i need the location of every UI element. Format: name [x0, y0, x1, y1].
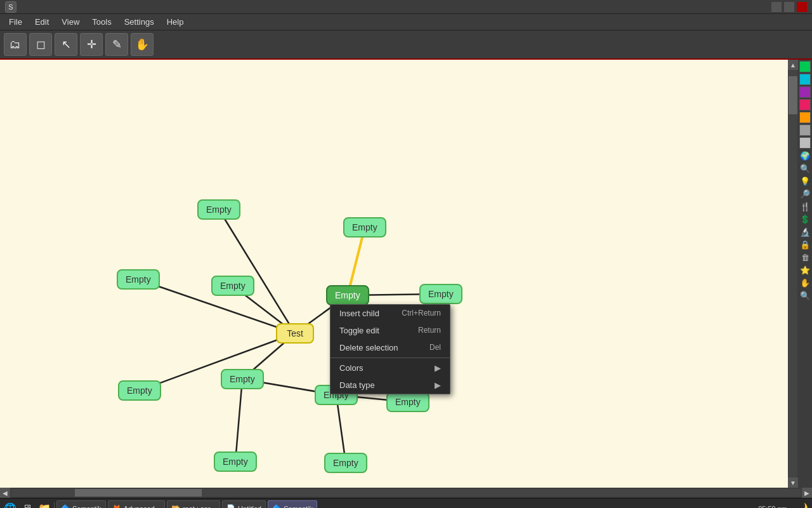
scroll-left-btn[interactable]: ◀ [0, 488, 10, 498]
close-btn[interactable] [797, 2, 807, 12]
ctx-item-4[interactable]: Data type▶ [331, 377, 450, 394]
main-area: Insert childCtrl+ReturnToggle editReturn… [0, 60, 812, 488]
palette-icon-11[interactable]: 🔍 [799, 290, 811, 301]
ctx-label-0: Insert child [339, 309, 379, 318]
ctx-item-2[interactable]: Delete selectionDel [331, 339, 450, 356]
line-center-n1 [219, 210, 295, 333]
node-n12[interactable]: Empty [324, 453, 367, 473]
palette-icon-0[interactable]: 🌍 [799, 150, 811, 161]
h-scroll-thumb[interactable] [75, 489, 202, 497]
ctx-item-1[interactable]: Toggle editReturn [331, 322, 450, 339]
menu-bar: FileEditViewToolsSettingsHelp [0, 14, 812, 30]
node-center[interactable]: Test [276, 323, 314, 344]
open-file-btn[interactable]: 🗂 [4, 33, 27, 56]
node-n8[interactable]: Empty [221, 369, 264, 389]
node-n7[interactable]: Empty [118, 380, 161, 401]
taskbar-btn-icon-4: 🔷 [272, 504, 281, 508]
taskbar-btn-label-3: Untitled [238, 505, 261, 509]
taskbar-btn-label-1: Advanced... [124, 505, 160, 509]
palette-icon-5[interactable]: 💲 [799, 213, 811, 225]
taskbar-time: 05:59 pm [758, 505, 792, 509]
palette-color-3[interactable] [799, 99, 811, 110]
scroll-up-btn[interactable]: ▲ [788, 60, 798, 70]
taskbar-btn-icon-0: 🔷 [61, 504, 70, 508]
right-scrollbar[interactable]: ▲ ▼ [788, 60, 798, 488]
palette-color-0[interactable] [799, 61, 811, 72]
taskbar-sys-icon-0[interactable]: 🌐 [3, 501, 18, 509]
palette-icon-3[interactable]: 🔎 [799, 188, 811, 199]
palette-icon-6[interactable]: 🔬 [799, 226, 811, 237]
select-tool-btn[interactable]: ↖ [55, 33, 77, 56]
taskbar-btn-icon-1: 🦊 [112, 504, 121, 508]
ctx-item-0[interactable]: Insert childCtrl+Return [331, 305, 450, 322]
taskbar-sys-icon-1[interactable]: 🖥 [20, 501, 35, 509]
palette-color-6[interactable] [799, 137, 811, 149]
palette-color-2[interactable] [799, 86, 811, 98]
taskbar-separator [54, 502, 55, 509]
node-n6[interactable]: Empty [419, 284, 462, 304]
scroll-right-btn[interactable]: ▶ [802, 488, 812, 498]
edit-btn[interactable]: ✎ [105, 33, 128, 56]
menu-item-tools[interactable]: Tools [86, 16, 117, 28]
scroll-down-btn[interactable]: ▼ [788, 478, 798, 488]
line-center-n7 [140, 333, 295, 391]
node-n2[interactable]: Empty [117, 269, 160, 290]
palette-icon-4[interactable]: 🍴 [799, 201, 811, 212]
taskbar-btn-label-4: Semantik [284, 505, 313, 509]
taskbar-btn-4[interactable]: 🔷Semantik [268, 500, 317, 509]
ctx-label-4: Data type [339, 380, 375, 390]
app-icon: S [5, 1, 16, 13]
node-n11[interactable]: Empty [214, 451, 257, 472]
node-n1[interactable]: Empty [197, 199, 240, 220]
menu-item-edit[interactable]: Edit [29, 16, 55, 28]
menu-item-help[interactable]: Help [160, 16, 190, 28]
line-n8-n11 [235, 379, 242, 462]
taskbar-btn-0[interactable]: 🔷Semantik [56, 500, 106, 509]
palette-icon-1[interactable]: 🔍 [799, 163, 811, 174]
palette-color-4[interactable] [799, 112, 811, 123]
maximize-btn[interactable] [784, 2, 794, 12]
palette-icon-2[interactable]: 💡 [799, 175, 811, 187]
context-menu: Insert childCtrl+ReturnToggle editReturn… [330, 304, 450, 394]
ctx-arrow-3: ▶ [435, 363, 441, 373]
node-n10[interactable]: Empty [386, 392, 429, 412]
taskbar-moon-icon[interactable]: 🌙 [794, 501, 809, 509]
canvas[interactable]: Insert childCtrl+ReturnToggle editReturn… [0, 60, 788, 488]
add-child-btn[interactable]: ✛ [80, 33, 103, 56]
scroll-thumb[interactable] [789, 76, 797, 114]
ctx-item-3[interactable]: Colors▶ [331, 359, 450, 377]
bottom-scrollbar-bar: ◀ ▶ [0, 488, 812, 498]
minimize-btn[interactable] [771, 2, 782, 12]
taskbar: 🌐🖥📁🔷Semantik🦊Advanced...📂root : ser...📄U… [0, 498, 812, 508]
menu-item-view[interactable]: View [55, 16, 86, 28]
node-n5[interactable]: Empty [343, 217, 386, 237]
taskbar-sys-icon-2[interactable]: 📁 [37, 501, 52, 509]
ctx-label-3: Colors [339, 363, 363, 373]
ctx-arrow-4: ▶ [435, 380, 441, 390]
palette-icon-9[interactable]: ⭐ [799, 264, 811, 276]
h-scroll-track[interactable] [11, 489, 801, 497]
pan-btn[interactable]: ✋ [131, 33, 154, 56]
new-map-btn[interactable]: ◻ [29, 33, 52, 56]
taskbar-btn-2[interactable]: 📂root : ser... [167, 500, 220, 509]
menu-item-settings[interactable]: Settings [118, 16, 160, 28]
ctx-shortcut-0: Ctrl+Return [402, 309, 441, 318]
node-n3[interactable]: Empty [211, 276, 254, 296]
palette-color-1[interactable] [799, 74, 811, 85]
taskbar-btn-label-2: root : ser... [183, 505, 216, 509]
ctx-separator [331, 358, 450, 358]
menu-item-file[interactable]: File [3, 16, 29, 28]
taskbar-btn-3[interactable]: 📄Untitled [222, 500, 266, 509]
node-n4[interactable]: Empty [326, 285, 369, 305]
taskbar-btn-1[interactable]: 🦊Advanced... [108, 500, 165, 509]
palette-icon-10[interactable]: ✋ [799, 277, 811, 288]
title-bar: S [0, 0, 812, 14]
color-palette: 🌍🔍💡🔎🍴💲🔬🔒🗑⭐✋🔍 [798, 60, 812, 488]
taskbar-btn-label-0: Semantik [72, 505, 102, 509]
taskbar-btn-icon-3: 📄 [226, 504, 235, 508]
ctx-label-2: Delete selection [339, 343, 398, 352]
ctx-shortcut-1: Return [418, 326, 441, 335]
palette-icon-7[interactable]: 🔒 [799, 239, 811, 250]
palette-color-5[interactable] [799, 124, 811, 136]
palette-icon-8[interactable]: 🗑 [799, 251, 811, 263]
